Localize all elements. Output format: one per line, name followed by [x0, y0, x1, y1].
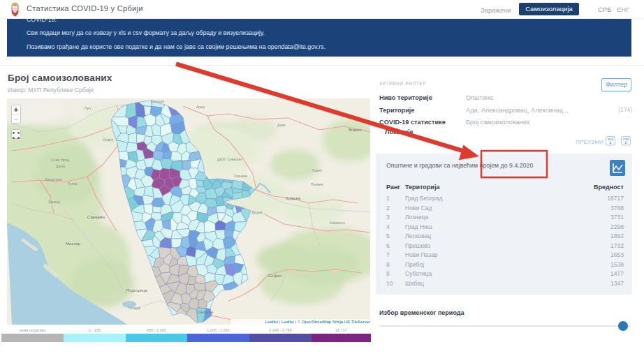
svg-text:Оршава: Оршава: [234, 174, 247, 178]
svg-text:Бањалука: Бањалука: [45, 177, 62, 182]
svg-text:Дева: Дева: [277, 123, 286, 127]
svg-text:XLS: XLS: [608, 138, 613, 141]
svg-text:Слав. Брод: Слав. Брод: [51, 158, 69, 162]
svg-text:Зеница: Зеница: [48, 200, 60, 204]
svg-text:Казанлък: Казанлък: [330, 221, 346, 225]
svg-text:Арад: Арад: [196, 105, 205, 109]
svg-text:Мостар: Мостар: [66, 242, 80, 246]
svg-text:Сарајево: Сарајево: [87, 215, 105, 219]
svg-text:Скадар: Скадар: [129, 306, 140, 310]
svg-text:Тузла: Тузла: [68, 182, 77, 186]
svg-text:Скопље: Скопље: [198, 310, 214, 314]
svg-text:Печ: Печ: [85, 106, 91, 110]
svg-text:Видин: Видин: [252, 210, 263, 214]
svg-text:Подгорица: Подгорица: [126, 288, 148, 292]
svg-text:Ловеч: Ловеч: [312, 168, 322, 172]
svg-text:Крајова: Крајова: [286, 196, 301, 200]
svg-text:Brasov: Brasov: [349, 128, 362, 132]
svg-text:Плевен: Плевен: [311, 182, 323, 186]
svg-text:Дроб. Северин: Дроб. Северин: [217, 157, 242, 161]
svg-text:Сегедин: Сегедин: [151, 99, 164, 103]
svg-text:CSV: CSV: [623, 138, 629, 141]
svg-text:Добој: Добој: [56, 164, 65, 168]
svg-text:София: София: [268, 274, 281, 278]
svg-text:Осијек: Осијек: [103, 138, 114, 142]
